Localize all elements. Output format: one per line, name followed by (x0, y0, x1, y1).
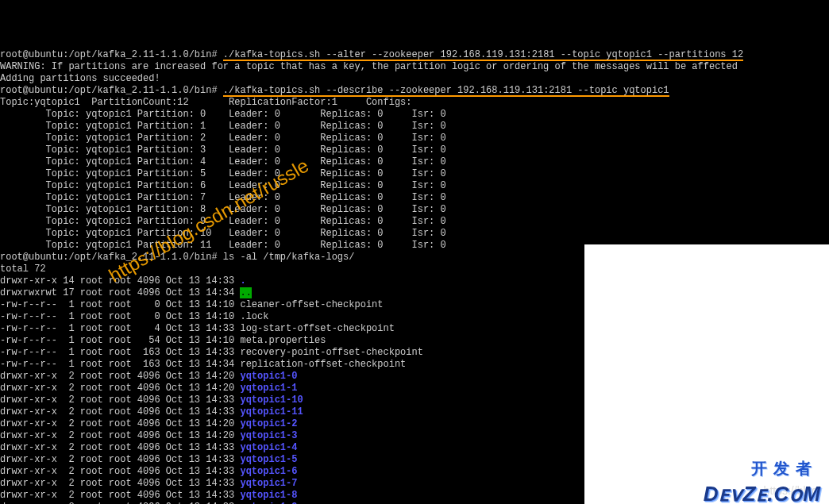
file-name: log-start-offset-checkpoint (240, 323, 394, 334)
partition-row: Topic: yqtopic1 Partition: 8 Leader: 0 R… (0, 204, 829, 216)
partition-row: Topic: yqtopic1 Partition: 9 Leader: 0 R… (0, 216, 829, 228)
dir-name: yqtopic1-7 (240, 478, 297, 489)
describe-command: ./kafka-topics.sh --describe --zookeeper… (223, 86, 669, 97)
dir-name: yqtopic1-10 (240, 394, 303, 406)
partition-row: Topic: yqtopic1 Partition: 3 Leader: 0 R… (0, 144, 829, 156)
partition-row: Topic: yqtopic1 Partition: 6 Leader: 0 R… (0, 180, 829, 192)
partition-row: Topic: yqtopic1 Partition: 5 Leader: 0 R… (0, 168, 829, 180)
dir-name: yqtopic1-2 (240, 418, 297, 429)
dir-name: yqtopic1-11 (240, 406, 303, 417)
file-name: cleaner-offset-checkpoint (240, 299, 383, 310)
dir-name: yqtopic1-1 (240, 383, 297, 394)
partition-row: Topic: yqtopic1 Partition: 7 Leader: 0 R… (0, 192, 829, 204)
dir-name: yqtopic1-6 (240, 466, 297, 477)
alter-command: ./kafka-topics.sh --alter --zookeeper 19… (223, 50, 743, 61)
dir-name: yqtopic1-3 (240, 430, 297, 441)
dir-name: yqtopic1-8 (240, 490, 297, 501)
describe-header: Topic:yqtopic1 PartitionCount:12 Replica… (0, 97, 829, 109)
success-line: Adding partitions succeeded! (0, 73, 829, 85)
file-name: .lock (240, 311, 268, 322)
dir-name: yqtopic1-5 (240, 454, 297, 465)
file-name: replication-offset-checkpoint (240, 359, 406, 370)
warning-line: WARNING: If partitions are increased for… (0, 61, 829, 73)
dir-name: yqtopic1-0 (240, 371, 297, 382)
dir-name: yqtopic1-4 (240, 442, 297, 453)
partition-row: Topic: yqtopic1 Partition: 0 Leader: 0 R… (0, 109, 829, 121)
partition-row: Topic: yqtopic1 Partition: 2 Leader: 0 R… (0, 133, 829, 144)
dir-name: . (240, 275, 245, 287)
prompt-line-1: root@ubuntu:/opt/kafka_2.11-1.1.0/bin# .… (0, 49, 829, 61)
devze-chinese: 开发者 (751, 463, 818, 475)
dir-name: .. (240, 287, 251, 298)
partition-row: Topic: yqtopic1 Partition: 4 Leader: 0 R… (0, 156, 829, 168)
prompt-line-2: root@ubuntu:/opt/kafka_2.11-1.1.0/bin# .… (0, 85, 829, 97)
file-name: recovery-point-offset-checkpoint (240, 347, 422, 358)
partition-row: Topic: yqtopic1 Partition: 10 Leader: 0 … (0, 228, 829, 240)
file-name: meta.properties (240, 335, 326, 346)
partition-row: Topic: yqtopic1 Partition: 1 Leader: 0 R… (0, 121, 829, 133)
white-overlay: https://blog. 开发者 DᴇᴠZᴇ.CᴏM (584, 244, 829, 504)
devze-logo: DᴇᴠZᴇ.CᴏM (704, 488, 821, 500)
